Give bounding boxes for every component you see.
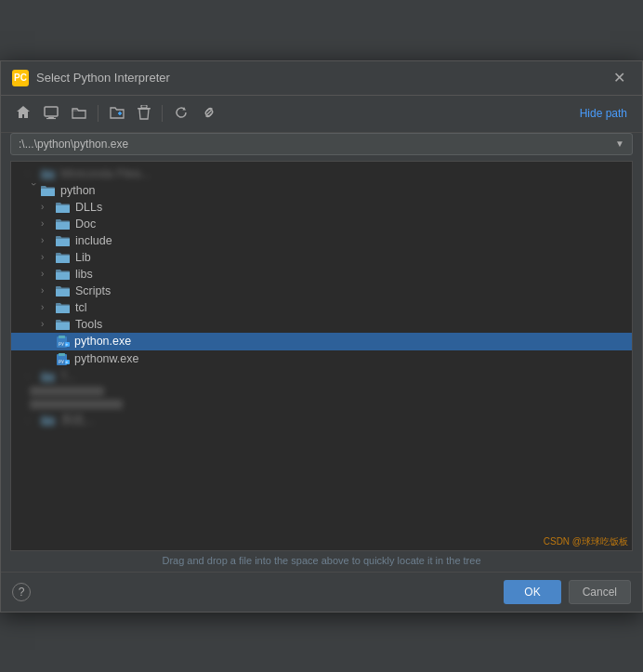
folder-icon-tools [56, 319, 71, 330]
tree-item-python[interactable]: › python [11, 182, 632, 199]
chevron-icon-tcl: › [41, 302, 56, 312]
tree-item-label-blurred-3: 系统... [60, 413, 94, 428]
watermark: CSDN @球球吃饭板 [544, 535, 628, 548]
tree-item-label-dlls: DLLs [75, 201, 102, 214]
tree-item-blurred-mid[interactable]: › T... [11, 368, 632, 385]
tree-item-label-scripts: Scripts [75, 284, 111, 297]
tree-item-blurred-top[interactable]: › Miniconda Files... [11, 165, 632, 182]
tree-item-label-blurred-2 [30, 400, 123, 409]
chevron-icon-python: › [29, 183, 39, 198]
folder-icon-python [41, 185, 56, 196]
folder-icon-dlls [56, 202, 71, 213]
monitor-button[interactable] [38, 101, 64, 126]
new-folder-button[interactable] [104, 102, 130, 125]
chevron-icon-scripts: › [41, 285, 56, 296]
tree-item-scripts[interactable]: › Scripts [11, 283, 632, 299]
dialog-title: Select Python Interpreter [36, 71, 170, 85]
title-bar: PC Select Python Interpreter ✕ [1, 61, 642, 96]
svg-text:py: py [59, 340, 64, 347]
close-button[interactable]: ✕ [608, 69, 631, 87]
home-button[interactable] [10, 101, 36, 126]
tree-item-libs[interactable]: › libs [11, 266, 632, 283]
tree-item-label-blurred-1 [30, 387, 104, 396]
toolbar-left [10, 101, 222, 126]
tree-item-tools[interactable]: › Tools [11, 316, 632, 333]
tree-item-label-blurred-mid: T... [60, 370, 76, 383]
folder-icon-blurred-3 [41, 415, 56, 426]
folder-icon-blurred-mid [41, 371, 56, 382]
refresh-button[interactable] [168, 101, 194, 126]
browse-folder-button[interactable] [66, 102, 92, 125]
path-text: :\...\python\python.exe [19, 138, 611, 151]
help-button[interactable]: ? [12, 583, 31, 601]
drag-hint: Drag and drop a file into the space abov… [10, 551, 633, 572]
toolbar-separator-2 [162, 105, 163, 122]
toolbar: Hide path [1, 96, 642, 133]
tree-item-python-exe[interactable]: py e python.exe [11, 333, 632, 350]
folder-icon-lib [56, 252, 71, 263]
cancel-button[interactable]: Cancel [569, 580, 631, 604]
file-tree[interactable]: › Miniconda Files... › python › [10, 161, 633, 551]
tree-item-label-lib: Lib [75, 251, 91, 264]
svg-rect-0 [45, 107, 58, 116]
hide-path-button[interactable]: Hide path [574, 103, 633, 124]
tree-item-pythonw-exe[interactable]: py e pythonw.exe [11, 350, 632, 368]
tree-item-label-blurred-top: Miniconda Files... [60, 167, 151, 180]
folder-icon-scripts [56, 285, 71, 296]
chevron-icon-include: › [41, 235, 56, 245]
tree-item-label-libs: libs [75, 268, 93, 281]
svg-rect-13 [59, 353, 65, 356]
tree-item-blurred-2[interactable] [11, 398, 632, 411]
tree-item-dlls[interactable]: › DLLs [11, 199, 632, 216]
tree-item-label-python-exe: python.exe [74, 335, 131, 348]
path-bar: :\...\python\python.exe ▼ [10, 133, 633, 155]
tree-item-blurred-1[interactable] [11, 385, 632, 398]
folder-icon-doc [56, 218, 71, 230]
folder-icon-tcl [56, 302, 71, 313]
chevron-icon-dlls: › [41, 202, 56, 212]
chevron-icon-blurred-3: › [26, 415, 41, 426]
tree-item-label-doc: Doc [75, 217, 96, 231]
folder-icon-libs [56, 269, 71, 280]
tree-item-tcl[interactable]: › tcl [11, 299, 632, 316]
pythonw-exe-icon: py e [56, 352, 70, 366]
folder-icon-include [56, 235, 71, 246]
chevron-icon-lib: › [41, 252, 56, 262]
pycharm-icon: PC [12, 70, 29, 86]
delete-button[interactable] [132, 101, 156, 126]
tree-item-label-tools: Tools [75, 318, 102, 331]
python-exe-icon: py e [56, 335, 70, 349]
chevron-icon-blurred-mid: › [26, 371, 41, 381]
chevron-icon: › [26, 168, 41, 178]
tree-item-include[interactable]: › include [11, 232, 632, 249]
tree-item-blurred-3[interactable]: › 系统... [11, 411, 632, 430]
action-buttons: OK Cancel [504, 580, 631, 604]
svg-rect-6 [141, 105, 147, 108]
folder-icon-blurred [41, 168, 56, 179]
toolbar-separator-1 [98, 105, 98, 122]
bottom-bar: ? OK Cancel [1, 572, 642, 612]
path-dropdown-icon[interactable]: ▼ [611, 138, 624, 149]
tree-item-label-include: include [75, 234, 112, 247]
tree-item-label-pythonw-exe: pythonw.exe [74, 352, 139, 365]
chevron-icon-libs: › [41, 269, 56, 279]
link-button[interactable] [196, 101, 222, 126]
svg-text:py: py [59, 358, 64, 364]
tree-item-label-python: python [60, 184, 96, 197]
title-left: PC Select Python Interpreter [12, 70, 170, 86]
chevron-icon-tools: › [41, 319, 56, 329]
ok-button[interactable]: OK [504, 580, 560, 604]
tree-item-doc[interactable]: › Doc [11, 216, 632, 232]
svg-rect-8 [59, 336, 65, 338]
chevron-icon-doc: › [41, 218, 56, 229]
select-interpreter-dialog: PC Select Python Interpreter ✕ [0, 60, 643, 613]
tree-item-lib[interactable]: › Lib [11, 249, 632, 266]
tree-item-label-tcl: tcl [75, 301, 87, 314]
